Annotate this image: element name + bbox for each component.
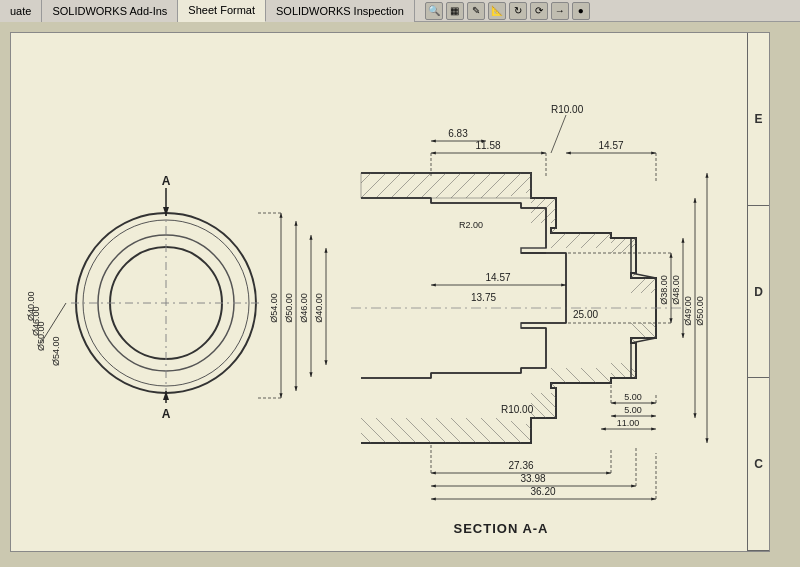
svg-line-75 bbox=[596, 368, 611, 383]
svg-text:Ø40.00: Ø40.00 bbox=[26, 291, 36, 321]
icon-dot[interactable]: ● bbox=[572, 2, 590, 20]
svg-line-37 bbox=[541, 208, 556, 223]
svg-line-77 bbox=[611, 363, 626, 378]
svg-line-29 bbox=[466, 173, 491, 198]
svg-line-74 bbox=[581, 368, 596, 383]
svg-line-50 bbox=[631, 278, 646, 293]
svg-line-56 bbox=[391, 418, 416, 443]
svg-line-67 bbox=[531, 403, 546, 418]
svg-line-24 bbox=[391, 173, 416, 198]
svg-text:R10.00: R10.00 bbox=[501, 404, 534, 415]
svg-text:Ø54.00: Ø54.00 bbox=[269, 293, 279, 323]
svg-text:5.00: 5.00 bbox=[624, 405, 642, 415]
svg-line-32 bbox=[511, 176, 531, 196]
svg-text:11.00: 11.00 bbox=[617, 418, 640, 428]
svg-text:25.00: 25.00 bbox=[573, 309, 598, 320]
icon-spin[interactable]: ⟳ bbox=[530, 2, 548, 20]
svg-line-62 bbox=[481, 418, 506, 443]
toolbar-icons: 🔍 ▦ ✎ 📐 ↻ ⟳ → ● bbox=[425, 2, 590, 20]
tab-solidworks-addins[interactable]: SOLIDWORKS Add-Ins bbox=[42, 0, 178, 22]
tab-sheet-format[interactable]: Sheet Format bbox=[178, 0, 266, 22]
svg-line-31 bbox=[496, 173, 521, 198]
svg-line-82 bbox=[641, 323, 656, 338]
svg-text:36.20: 36.20 bbox=[530, 486, 555, 497]
svg-line-40 bbox=[551, 233, 566, 248]
svg-line-64 bbox=[511, 421, 531, 441]
svg-line-58 bbox=[421, 418, 446, 443]
svg-text:Ø46.00: Ø46.00 bbox=[299, 293, 309, 323]
svg-text:Ø54.00: Ø54.00 bbox=[51, 336, 61, 366]
svg-line-115 bbox=[551, 115, 566, 153]
svg-line-51 bbox=[641, 278, 656, 293]
svg-line-68 bbox=[531, 393, 556, 418]
tab-sheet-format-label: Sheet Format bbox=[188, 4, 255, 16]
svg-line-28 bbox=[451, 173, 476, 198]
svg-line-53 bbox=[361, 433, 371, 443]
svg-line-63 bbox=[496, 418, 521, 443]
svg-line-25 bbox=[406, 173, 431, 198]
border-right: E D C bbox=[747, 33, 769, 551]
svg-line-30 bbox=[481, 173, 506, 198]
svg-text:27.36: 27.36 bbox=[508, 460, 533, 471]
svg-line-46 bbox=[611, 238, 626, 253]
svg-line-55 bbox=[376, 418, 401, 443]
svg-text:A: A bbox=[162, 407, 171, 421]
svg-line-22 bbox=[361, 173, 386, 198]
svg-text:Ø38.00: Ø38.00 bbox=[659, 275, 669, 305]
svg-text:R10.00: R10.00 bbox=[551, 104, 584, 115]
svg-text:Ø49.00: Ø49.00 bbox=[683, 296, 693, 326]
icon-note[interactable]: ✎ bbox=[467, 2, 485, 20]
icon-rotate[interactable]: ↻ bbox=[509, 2, 527, 20]
icon-magnify[interactable]: 🔍 bbox=[425, 2, 443, 20]
border-marker-d: D bbox=[748, 206, 769, 379]
svg-text:13.75: 13.75 bbox=[471, 292, 496, 303]
svg-text:SECTION A-A: SECTION A-A bbox=[453, 521, 548, 536]
tab-solidworks-addins-label: SOLIDWORKS Add-Ins bbox=[52, 5, 167, 17]
svg-line-69 bbox=[541, 393, 556, 408]
svg-line-59 bbox=[436, 418, 461, 443]
svg-text:R2.00: R2.00 bbox=[459, 220, 483, 230]
svg-text:14.57: 14.57 bbox=[485, 272, 510, 283]
svg-line-60 bbox=[451, 418, 476, 443]
technical-drawing-svg: A A Ø54.00 Ø50.00 Ø46.00 Ø40.00 bbox=[11, 33, 749, 553]
svg-line-41 bbox=[566, 233, 581, 248]
svg-text:Ø50.00: Ø50.00 bbox=[695, 296, 705, 326]
tab-solidworks-inspection-label: SOLIDWORKS Inspection bbox=[276, 5, 404, 17]
svg-text:A: A bbox=[162, 174, 171, 188]
svg-line-54 bbox=[361, 418, 386, 443]
svg-line-81 bbox=[631, 323, 646, 338]
svg-text:Ø40.00: Ø40.00 bbox=[314, 293, 324, 323]
tab-evaluate[interactable]: uate bbox=[0, 0, 42, 22]
drawing-area: E D C bbox=[0, 22, 800, 567]
icon-arrow[interactable]: → bbox=[551, 2, 569, 20]
icon-measure[interactable]: 📐 bbox=[488, 2, 506, 20]
svg-text:Ø50.00: Ø50.00 bbox=[284, 293, 294, 323]
icon-select[interactable]: ▦ bbox=[446, 2, 464, 20]
tab-solidworks-inspection[interactable]: SOLIDWORKS Inspection bbox=[266, 0, 415, 22]
border-marker-c: C bbox=[748, 378, 769, 551]
svg-text:6.83: 6.83 bbox=[448, 128, 468, 139]
drawing-sheet: E D C bbox=[10, 32, 770, 552]
svg-text:14.57: 14.57 bbox=[598, 140, 623, 151]
svg-line-72 bbox=[551, 368, 566, 383]
svg-line-42 bbox=[581, 233, 596, 248]
svg-line-21 bbox=[361, 173, 371, 183]
svg-text:5.00: 5.00 bbox=[624, 392, 642, 402]
svg-line-23 bbox=[376, 173, 401, 198]
svg-line-57 bbox=[406, 418, 431, 443]
svg-line-35 bbox=[531, 198, 546, 213]
svg-text:Ø48.00: Ø48.00 bbox=[671, 275, 681, 305]
tab-evaluate-label: uate bbox=[10, 5, 31, 17]
svg-text:11.58: 11.58 bbox=[475, 140, 500, 151]
svg-line-73 bbox=[566, 368, 581, 383]
svg-line-26 bbox=[421, 173, 446, 198]
svg-line-61 bbox=[466, 418, 491, 443]
svg-line-36 bbox=[531, 198, 556, 223]
svg-line-27 bbox=[436, 173, 461, 198]
svg-line-43 bbox=[596, 233, 611, 248]
svg-rect-20 bbox=[361, 173, 531, 198]
svg-text:33.98: 33.98 bbox=[520, 473, 545, 484]
border-marker-e: E bbox=[748, 33, 769, 206]
toolbar: uate SOLIDWORKS Add-Ins Sheet Format SOL… bbox=[0, 0, 800, 22]
